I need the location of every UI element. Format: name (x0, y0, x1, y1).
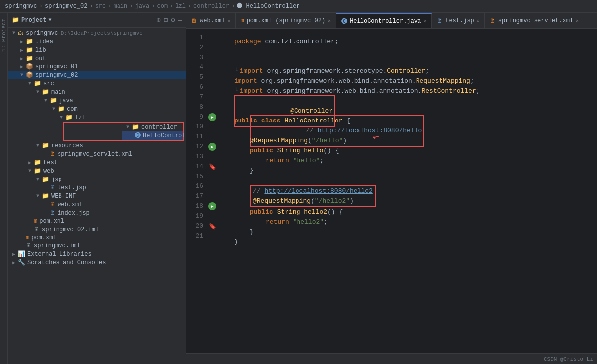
code-line-13: return "hello"; (234, 156, 590, 166)
breadcrumb: springmvc › springmvc_02 › src › main › … (0, 0, 597, 13)
project-tree: ▼ 🗂 springmvc D:\IdeaProjects\springmvc … (8, 28, 186, 364)
watermark: CSDN @Cristo_Li (544, 356, 593, 362)
breadcrumb-src[interactable]: src (95, 3, 106, 10)
breadcrumb-lzl[interactable]: lzl (175, 3, 186, 10)
bookmark-line14[interactable]: 🔖 (206, 162, 218, 172)
run-button-line12[interactable]: ▶ (206, 142, 218, 152)
bookmark-line20[interactable]: 🔖 (206, 221, 218, 231)
gutter-extra: ▶ ▶ 🔖 ▶ (206, 29, 218, 353)
code-line-12: public String hello() { (234, 146, 590, 156)
project-panel: 📁 Project ▼ ⊕ ⊟ ⚙ — ▼ 🗂 springmvc D:\Ide… (8, 13, 186, 364)
tree-item-webxml[interactable]: ▶ 🗎 web.xml (8, 200, 186, 209)
code-line-16: // http://localhost:8080/hello2 (253, 186, 373, 196)
tree-item-springmvc01[interactable]: ▶ 📦 springmvc_01 (8, 62, 186, 71)
bookmark-icon-20: 🔖 (209, 223, 216, 230)
tree-item-testjsp[interactable]: ▶ 🗎 test.jsp (8, 183, 186, 192)
tree-item-lzl[interactable]: ▼ 📁 lzl (8, 113, 186, 121)
run-icon-line9[interactable]: ▶ (208, 113, 216, 121)
tree-item-springmvc[interactable]: ▼ 🗂 springmvc D:\IdeaProjects\springmvc (8, 29, 186, 37)
hello2-box: // http://localhost:8080/hello2 @Request… (250, 185, 376, 207)
project-strip-label[interactable]: 1: Project (1, 19, 7, 52)
tree-item-controller[interactable]: ▼ 📁 controller (122, 123, 183, 131)
run-icon-line18[interactable]: ▶ (208, 202, 216, 210)
left-strip: 1: Project (0, 13, 8, 364)
code-line-11: @RequestMapping("/hello") ↙ (234, 136, 590, 146)
tab-label-springmvcservlet: springmvc_servlet.xml (498, 17, 573, 24)
breadcrumb-springmvc02[interactable]: springmvc_02 (45, 3, 87, 10)
tree-item-idea[interactable]: ▶ 📁 .idea (8, 37, 186, 46)
tree-item-com[interactable]: ▼ 📁 com (8, 105, 186, 113)
link-hello[interactable]: http://localhost:8080/hello (318, 127, 422, 134)
code-line-6: └ import org.springframework.web.bind.an… (234, 86, 590, 96)
tree-item-src[interactable]: ▼ 📁 src (8, 79, 186, 88)
tree-item-hellocontroller[interactable]: ▶ 🅒 HelloController (122, 131, 183, 140)
run-button-line18[interactable]: ▶ (206, 201, 218, 211)
tree-item-scratches[interactable]: ▶ 🔧 Scratches and Consoles (8, 258, 186, 267)
tab-testjsp[interactable]: 🗎 test.jsp ✕ (432, 13, 485, 28)
close-tab-webxml[interactable]: ✕ (227, 18, 230, 24)
panel-header-icons: ⊕ ⊟ ⚙ — (156, 16, 182, 24)
tree-item-webinf[interactable]: ▼ 📁 WEB-INF (8, 192, 186, 200)
project-icon: 🗂 (18, 29, 24, 37)
tree-item-springmvciml[interactable]: ▶ 🗎 springmvc.iml (8, 242, 186, 250)
tree-item-springmvc-servlet[interactable]: ▶ 🗎 springmvc_servlet.xml (8, 150, 186, 158)
tree-item-controller-box: ▼ 📁 controller ▶ 🅒 HelloController (63, 122, 184, 141)
tree-item-lib[interactable]: ▶ 📁 lib (8, 46, 186, 54)
code-line-5: import org.springframework.web.bind.anno… (234, 76, 590, 86)
tree-item-pomroot[interactable]: ▶ m pom.xml (8, 234, 186, 242)
tree-item-resources[interactable]: ▼ 📁 resources (8, 141, 186, 150)
tab-icon-hellocontroller: 🅒 (341, 18, 347, 25)
folder-icon: 📁 (12, 16, 19, 24)
run-button-line9[interactable]: ▶ (206, 112, 218, 122)
breadcrumb-springmvc[interactable]: springmvc (5, 3, 37, 10)
tree-item-jsp[interactable]: ▼ 📁 jsp (8, 175, 186, 183)
close-tab-testjsp[interactable]: ✕ (477, 18, 479, 24)
tree-item-extlibs[interactable]: ▶ 📊 External Libraries (8, 250, 186, 258)
tabs-bar: 🗎 web.xml ✕ m pom.xml (springmvc_02) ✕ 🅒… (186, 13, 597, 29)
code-line-1: package com.lzl.controller; (234, 37, 590, 47)
breadcrumb-class[interactable]: 🅒 HelloController (237, 2, 299, 10)
tab-hellocontroller[interactable]: 🅒 HelloController.java ✕ (336, 13, 432, 28)
code-line-3 (234, 57, 590, 66)
panel-title-label: Project (21, 17, 46, 24)
code-line-19: return "hello2"; (234, 217, 590, 227)
locate-icon[interactable]: ⊕ (156, 16, 160, 24)
breadcrumb-java[interactable]: java (135, 3, 149, 10)
run-icon-line12[interactable]: ▶ (208, 143, 216, 151)
tab-springmvcservlet[interactable]: 🗎 springmvc_servlet.xml ✕ (485, 13, 584, 28)
tree-item-test[interactable]: ▶ 📁 test (8, 158, 186, 167)
editor-area: 🗎 web.xml ✕ m pom.xml (springmvc_02) ✕ 🅒… (186, 13, 597, 364)
tab-label-webxml: web.xml (200, 17, 225, 24)
breadcrumb-main[interactable]: main (113, 3, 127, 10)
status-bar: CSDN @Cristo_Li (186, 353, 597, 364)
tab-pomxml[interactable]: m pom.xml (springmvc_02) ✕ (236, 13, 336, 28)
tab-label-testjsp: test.jsp (445, 17, 474, 24)
code-line-2 (234, 47, 590, 57)
close-tab-springmvcservlet[interactable]: ✕ (576, 18, 579, 24)
scratches-label: Scratches and Consoles (27, 259, 106, 266)
tree-item-out[interactable]: ▶ 📁 out (8, 54, 186, 62)
close-tab-hellocontroller[interactable]: ✕ (423, 18, 426, 24)
tree-item-web[interactable]: ▼ 📁 web (8, 167, 186, 175)
breadcrumb-com[interactable]: com (157, 3, 168, 10)
code-area[interactable]: package com.lzl.controller; └ import org… (218, 29, 590, 353)
tree-path: D:\IdeaProjects\springmvc (61, 30, 143, 36)
code-line-18: public String hello2() { (234, 207, 590, 217)
tree-item-java[interactable]: ▼ 📁 java (8, 96, 186, 105)
tree-item-main[interactable]: ▼ 📁 main (8, 88, 186, 96)
link-hello2[interactable]: http://localhost:8080/hello2 (264, 186, 372, 196)
close-tab-pomxml[interactable]: ✕ (328, 18, 331, 24)
tab-webxml[interactable]: 🗎 web.xml ✕ (186, 13, 236, 28)
code-line-21: } (234, 237, 590, 247)
tree-item-springmvc02iml[interactable]: ▶ 🗎 springmvc_02.iml (8, 225, 186, 234)
close-panel-icon[interactable]: — (178, 16, 182, 24)
code-line-14: } (234, 166, 590, 176)
collapse-icon[interactable]: ⊟ (164, 16, 168, 24)
breadcrumb-controller[interactable]: controller (193, 3, 229, 10)
tree-item-indexjsp[interactable]: ▶ 🗎 index.jsp (8, 209, 186, 217)
settings-icon[interactable]: ⚙ (171, 16, 175, 24)
dropdown-icon[interactable]: ▼ (48, 17, 51, 23)
tree-item-springmvc02[interactable]: ▼ 📦 springmvc_02 (8, 71, 186, 79)
tree-item-pom02[interactable]: ▶ m pom.xml (8, 217, 186, 225)
code-line-20: } (234, 227, 590, 237)
